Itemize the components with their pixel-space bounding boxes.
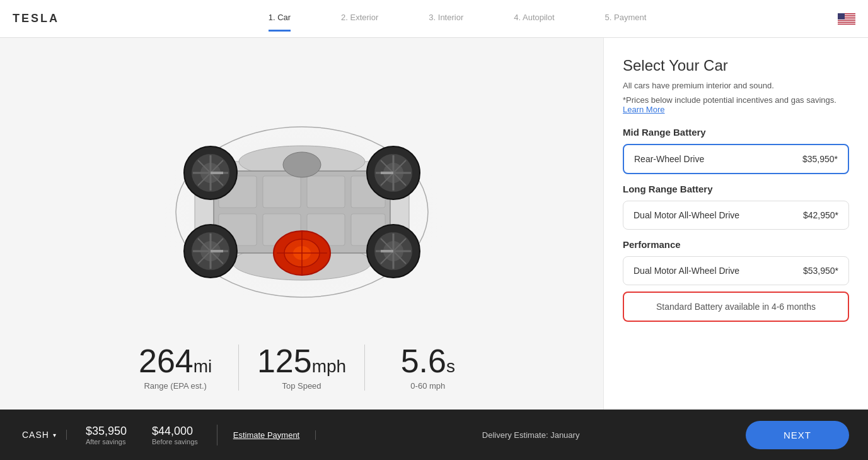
price-before-label: Before savings [152,438,198,445]
car-image [97,92,507,332]
nav-step-exterior[interactable]: 2. Exterior [341,13,378,25]
nav-step-payment[interactable]: 5. Payment [605,13,647,25]
section-performance-title: Performance [623,239,849,250]
price-before-savings: $44,000 Before savings [152,425,198,445]
chevron-down-icon: ▾ [53,432,57,439]
nav-step-car[interactable]: 1. Car [269,13,291,25]
stat-speed: 125mph Top Speed [239,345,365,391]
svg-rect-4 [838,19,855,20]
nav-steps: 1. Car 2. Exterior 3. Interior 4. Autopi… [59,13,855,25]
panel-note: *Prices below include potential incentiv… [623,95,849,114]
price-after-value: $35,950 [86,425,127,438]
stat-range-value: 264mi [119,345,232,377]
car-body-visual [97,92,507,332]
nav-step-interior[interactable]: 3. Interior [429,13,463,25]
section-long-range-title: Long Range Battery [623,184,849,194]
stat-speed-label: Top Speed [245,381,358,391]
option-price-perf-awd: $53,950* [803,266,838,276]
option-name-lr-awd: Dual Motor All-Wheel Drive [634,210,739,220]
stat-speed-value: 125mph [245,345,358,377]
stat-range-unit: mi [194,357,212,376]
estimate-payment-button[interactable]: Estimate Payment [217,430,316,440]
svg-rect-5 [838,21,855,21]
standard-battery-text: Standard Battery available in 4-6 months [656,302,816,312]
stat-range: 264mi Range (EPA est.) [113,345,239,391]
option-price-lr-awd: $42,950* [803,210,838,220]
option-name-perf-awd: Dual Motor All-Wheel Drive [634,266,739,276]
car-selection-panel: Select Your Car All cars have premium in… [603,38,868,410]
car-chassis-svg [113,105,491,319]
stat-accel-unit: s [446,357,455,376]
nav-step-autopilot[interactable]: 4. Autopilot [514,13,554,25]
cash-label: CASH [22,430,49,440]
tesla-logo: TESLA [13,12,59,25]
learn-more-link[interactable]: Learn More [623,105,664,114]
standard-battery-notice: Standard Battery available in 4-6 months [623,292,849,322]
payment-type-selector[interactable]: CASH ▾ [13,430,67,440]
option-rear-wheel-drive[interactable]: Rear-Wheel Drive $35,950* [623,144,849,174]
price-section: $35,950 After savings $44,000 Before sav… [67,425,217,445]
panel-subtitle: All cars have premium interior and sound… [623,81,849,90]
option-long-range-awd[interactable]: Dual Motor All-Wheel Drive $42,950* [623,201,849,230]
price-before-value: $44,000 [152,425,198,438]
price-after-label: After savings [86,438,127,445]
svg-point-27 [283,152,321,177]
svg-rect-15 [263,176,301,208]
car-stats: 264mi Range (EPA est.) 125mph Top Speed … [113,345,491,391]
main-content: 264mi Range (EPA est.) 125mph Top Speed … [0,38,868,410]
stat-acceleration: 5.6s 0-60 mph [365,345,490,391]
stat-accel-value: 5.6s [371,345,484,377]
svg-rect-6 [838,23,855,23]
car-visualization-panel: 264mi Range (EPA est.) 125mph Top Speed … [0,38,603,410]
navigation: TESLA 1. Car 2. Exterior 3. Interior 4. … [0,0,868,38]
svg-rect-16 [307,176,345,208]
stat-range-label: Range (EPA est.) [119,381,232,391]
price-after-savings: $35,950 After savings [86,425,127,445]
us-flag-icon [838,13,855,25]
option-price-rwd: $35,950* [802,154,838,164]
delivery-estimate: Delivery Estimate: January [316,430,746,440]
bottom-bar: CASH ▾ $35,950 After savings $44,000 Bef… [0,410,868,460]
svg-rect-7 [838,13,845,20]
stat-accel-label: 0-60 mph [371,381,484,391]
option-name-rwd: Rear-Wheel Drive [634,154,704,164]
option-performance-awd[interactable]: Dual Motor All-Wheel Drive $53,950* [623,256,849,285]
stat-speed-unit: mph [312,357,346,376]
panel-title: Select Your Car [623,57,849,74]
next-button[interactable]: NEXT [746,421,849,449]
section-mid-range-title: Mid Range Battery [623,127,849,138]
